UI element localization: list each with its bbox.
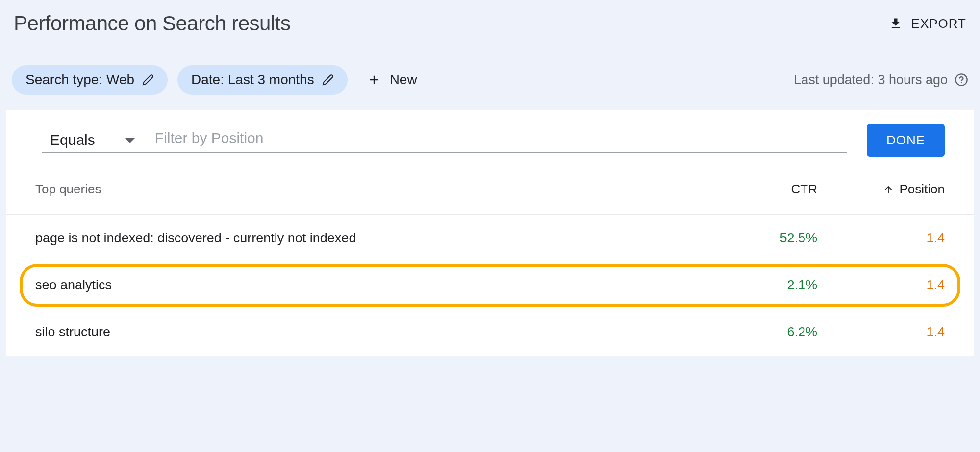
chevron-down-icon (125, 138, 135, 143)
done-button[interactable]: DONE (867, 124, 945, 157)
ctr-cell: 6.2% (719, 325, 817, 340)
position-cell: 1.4 (817, 325, 945, 340)
search-type-label: Search type: Web (25, 72, 134, 88)
pencil-icon (142, 74, 154, 86)
position-filter-input[interactable] (155, 128, 847, 148)
download-icon (889, 17, 903, 30)
results-table: Top queries CTR Position page is not ind… (6, 164, 974, 356)
ctr-cell: 2.1% (719, 278, 817, 293)
filters-bar: Search type: Web Date: Last 3 months New… (0, 51, 980, 110)
date-label: Date: Last 3 months (191, 72, 314, 88)
table-header: Top queries CTR Position (6, 164, 974, 215)
table-row[interactable]: silo structure6.2%1.4 (6, 309, 974, 356)
pencil-icon (322, 74, 334, 86)
table-row[interactable]: page is not indexed: discovered - curren… (6, 215, 974, 262)
header: Performance on Search results EXPORT (0, 0, 980, 51)
col-header-ctr[interactable]: CTR (719, 182, 817, 197)
operator-dropdown[interactable]: Equals (50, 132, 135, 149)
col-header-position-label: Position (900, 182, 945, 197)
col-header-query[interactable]: Top queries (35, 182, 719, 197)
query-cell: page is not indexed: discovered - curren… (35, 231, 719, 246)
input-underline (42, 152, 847, 153)
help-icon[interactable] (955, 73, 968, 87)
new-filter-button[interactable]: New (357, 65, 427, 95)
table-row[interactable]: seo analytics2.1%1.4 (6, 262, 974, 309)
position-cell: 1.4 (817, 278, 945, 293)
query-cell: silo structure (35, 325, 719, 340)
arrow-up-icon (883, 184, 894, 195)
export-label: EXPORT (911, 16, 966, 31)
filters-left: Search type: Web Date: Last 3 months New (12, 65, 427, 95)
search-type-chip[interactable]: Search type: Web (12, 65, 168, 95)
date-chip[interactable]: Date: Last 3 months (177, 65, 348, 95)
table-body: page is not indexed: discovered - curren… (6, 215, 974, 356)
plus-icon (367, 73, 381, 87)
ctr-cell: 52.5% (719, 231, 817, 246)
filter-input-wrap (155, 128, 847, 153)
new-label: New (390, 72, 417, 88)
page-title: Performance on Search results (14, 12, 290, 35)
filters-right: Last updated: 3 hours ago (794, 72, 968, 88)
last-updated-text: Last updated: 3 hours ago (794, 72, 948, 88)
query-cell: seo analytics (35, 278, 719, 293)
filter-row: Equals DONE (6, 110, 974, 164)
operator-label: Equals (50, 132, 95, 148)
export-button[interactable]: EXPORT (889, 16, 966, 31)
col-header-position[interactable]: Position (817, 182, 945, 197)
results-card: Equals DONE Top queries CTR Position (6, 110, 974, 356)
position-cell: 1.4 (817, 231, 945, 246)
